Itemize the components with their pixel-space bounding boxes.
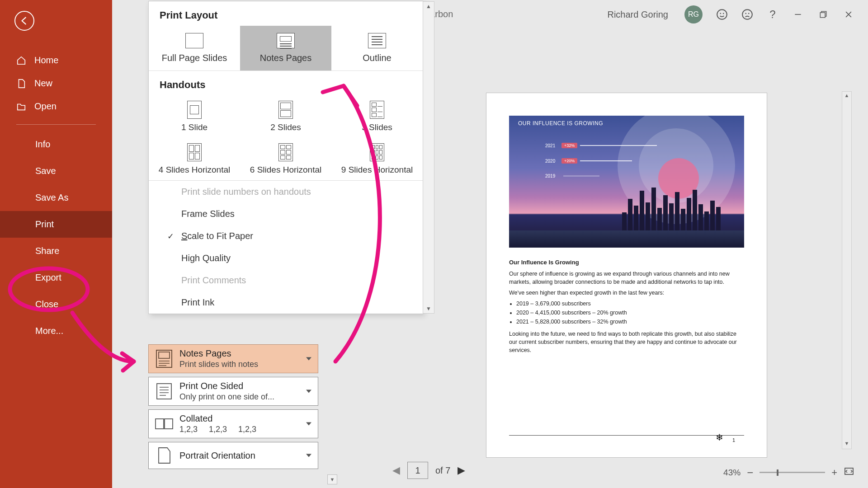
arrow-left-icon xyxy=(19,16,29,26)
section-handouts: Handouts xyxy=(149,71,423,95)
scroll-down-icon[interactable]: ▼ xyxy=(842,440,851,447)
restore-icon[interactable] xyxy=(817,9,829,20)
chevron-down-icon xyxy=(306,454,311,457)
setting-layout[interactable]: Notes PagesPrint slides with notes xyxy=(148,344,318,373)
divider xyxy=(16,124,96,125)
chevron-down-icon xyxy=(306,390,311,393)
page-navigation: ◀ 1 of 7 ▶ xyxy=(392,462,465,479)
nav-home[interactable]: Home xyxy=(0,49,112,72)
svg-rect-19 xyxy=(156,419,164,429)
open-icon xyxy=(16,102,26,112)
svg-point-4 xyxy=(745,13,746,14)
svg-rect-14 xyxy=(157,384,171,399)
layout-notes-pages[interactable]: Notes Pages xyxy=(240,26,331,70)
page-footer: 1 ❄ xyxy=(509,435,744,443)
frown-icon[interactable] xyxy=(741,9,753,20)
setting-sub: Print slides with notes xyxy=(179,360,258,369)
titlebar-controls: Richard Goring RG ? xyxy=(607,5,854,23)
section-print-layout: Print Layout xyxy=(149,1,423,26)
opt-print-ink[interactable]: Print Ink xyxy=(149,291,423,314)
opt-scale-to-fit[interactable]: ✓Scale to Fit Paper xyxy=(149,225,423,247)
opt-print-comments: Print Comments xyxy=(149,269,423,291)
opt-frame-slides[interactable]: Frame Slides xyxy=(149,203,423,225)
setting-collated[interactable]: Collated1,2,3 1,2,3 1,2,3 xyxy=(148,409,318,438)
check-icon: ✓ xyxy=(166,231,175,241)
handout-4h-icon xyxy=(187,143,202,161)
zoom-out-button[interactable]: − xyxy=(747,466,753,479)
svg-rect-8 xyxy=(820,13,825,18)
chevron-down-icon xyxy=(306,422,311,426)
handout-1-slide[interactable]: 1 Slide xyxy=(149,95,240,138)
backstage-sidebar: Home New Open Info Save Save As Print Sh… xyxy=(0,0,112,488)
nav-save[interactable]: Save xyxy=(0,158,112,184)
back-button[interactable] xyxy=(14,11,34,31)
setting-orientation[interactable]: Portrait Orientation xyxy=(148,442,318,469)
nav-new[interactable]: New xyxy=(0,72,112,95)
nav-label: Open xyxy=(34,101,57,112)
chevron-down-icon xyxy=(306,357,311,361)
handout-9h-icon xyxy=(370,143,384,161)
full-page-icon xyxy=(185,33,203,48)
handout-3-icon xyxy=(370,101,384,119)
scroll-up-icon[interactable]: ▲ xyxy=(426,2,431,11)
svg-point-1 xyxy=(720,13,721,14)
one-sided-icon xyxy=(154,381,174,401)
next-page-button[interactable]: ▶ xyxy=(458,465,465,476)
handout-2-slides[interactable]: 2 Slides xyxy=(240,95,331,138)
prev-page-button[interactable]: ◀ xyxy=(392,465,400,476)
nav-save-as[interactable]: Save As xyxy=(0,184,112,211)
nav-info[interactable]: Info xyxy=(0,131,112,158)
new-icon xyxy=(16,79,26,89)
nav-share[interactable]: Share xyxy=(0,238,112,264)
fit-to-window-button[interactable] xyxy=(844,466,854,479)
handout-9-horizontal[interactable]: 9 Slides Horizontal xyxy=(331,138,423,180)
preview-pane: OUR INFLUENCE IS GROWING 2021+32% 2020+2… xyxy=(371,28,852,476)
collated-icon xyxy=(154,414,174,434)
handout-3-slides[interactable]: 3 Slides xyxy=(331,95,423,138)
svg-point-0 xyxy=(717,9,727,19)
layout-outline[interactable]: Outline xyxy=(331,26,423,70)
handout-1-icon xyxy=(187,101,202,119)
svg-rect-20 xyxy=(165,419,173,429)
svg-point-5 xyxy=(748,13,750,14)
page-number-input[interactable]: 1 xyxy=(407,462,428,479)
setting-sided[interactable]: Print One SidedOnly print on one side of… xyxy=(148,377,318,406)
svg-rect-10 xyxy=(159,352,170,358)
help-icon[interactable]: ? xyxy=(767,9,778,20)
scroll-up-icon[interactable]: ▲ xyxy=(842,92,851,99)
slide-thumbnail: OUR INFLUENCE IS GROWING 2021+32% 2020+2… xyxy=(509,116,744,248)
nav-label: Home xyxy=(34,55,58,66)
zoom-controls: 43% − + xyxy=(723,466,854,479)
settings-scroll-down[interactable]: ▼ xyxy=(327,474,337,484)
minimize-icon[interactable] xyxy=(792,9,804,20)
notes-text: Our Influence Is Growing Our sphere of i… xyxy=(509,258,744,357)
layout-full-page-slides[interactable]: Full Page Slides xyxy=(149,26,240,70)
handout-4-horizontal[interactable]: 4 Slides Horizontal xyxy=(149,138,240,180)
preview-scrollbar[interactable]: ▲ ▼ xyxy=(842,91,852,449)
nav-print[interactable]: Print xyxy=(0,211,112,238)
avatar[interactable]: RG xyxy=(684,5,703,23)
home-icon xyxy=(16,56,26,66)
handout-6h-icon xyxy=(278,143,293,161)
nav-more[interactable]: More... xyxy=(0,318,112,344)
layout-dropdown: Print Layout Full Page Slides Notes Page… xyxy=(148,1,423,314)
outline-icon xyxy=(368,33,386,48)
opt-high-quality[interactable]: High Quality xyxy=(149,247,423,269)
zoom-in-button[interactable]: + xyxy=(831,467,837,479)
logo-icon: ❄ xyxy=(716,432,723,443)
close-icon[interactable] xyxy=(843,9,854,20)
zoom-slider[interactable] xyxy=(760,472,825,473)
svg-point-3 xyxy=(742,9,752,19)
zoom-level: 43% xyxy=(723,468,741,478)
nav-export[interactable]: Export xyxy=(0,264,112,291)
svg-point-2 xyxy=(723,13,724,14)
nav-close[interactable]: Close xyxy=(0,291,112,318)
popup-scrollbar[interactable]: ▲ ▼ xyxy=(423,1,434,314)
scroll-down-icon[interactable]: ▼ xyxy=(426,304,431,313)
opt-slide-numbers: Print slide numbers on handouts xyxy=(149,181,423,203)
portrait-icon xyxy=(154,446,174,465)
smile-icon[interactable] xyxy=(716,9,728,20)
nav-label: New xyxy=(34,78,52,89)
handout-6-horizontal[interactable]: 6 Slides Horizontal xyxy=(240,138,331,180)
nav-open[interactable]: Open xyxy=(0,95,112,118)
